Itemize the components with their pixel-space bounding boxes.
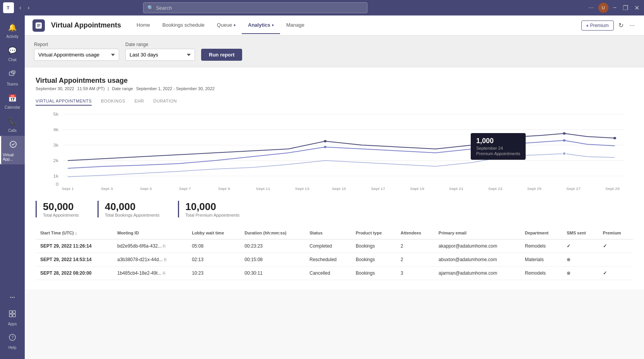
svg-text:4k: 4k [53,127,59,132]
cell-lobby-wait: 10:23 [187,267,240,280]
stat-label: Total Bookings Appointments [105,213,159,217]
th-duration: Duration (hh:mm:ss) [240,227,305,239]
svg-text:Sept 1: Sept 1 [62,187,74,191]
svg-point-24 [324,140,326,142]
sidebar-item-label: Chat [8,58,16,62]
th-start-time[interactable]: Start Time (UTC) ↓ [36,227,113,239]
more-options-icon[interactable]: ··· [587,4,595,11]
sidebar: 🔔 Activity 💬 Chat Teams 📅 Calendar 📞 Cal… [0,15,25,359]
cell-department: Remodels [520,267,562,280]
nav-item-bookings[interactable]: Bookings schedule [156,17,211,34]
sidebar-item-help[interactable]: ? Help [0,329,25,353]
svg-text:Sept 9: Sept 9 [218,187,230,191]
svg-point-29 [562,152,566,155]
svg-point-26 [613,137,616,139]
svg-text:Sept 15: Sept 15 [332,187,346,191]
report-subtitle: September 30, 2022 11:59 AM (PT) | Date … [36,86,633,91]
svg-text:0: 0 [56,182,59,187]
copy-icon[interactable]: ⎘ [163,271,166,275]
data-table: Start Time (UTC) ↓ Meeting ID Lobby wait… [36,227,633,280]
sidebar-item-teams[interactable]: Teams [0,65,25,89]
cell-product-type: Bookings [351,239,396,253]
header-actions: ♦ Premium ↻ ··· [581,20,636,31]
svg-text:Sept 5: Sept 5 [140,187,152,191]
app-title: Virtual Appointments [51,21,121,29]
report-date: September 30, 2022 [36,86,74,91]
report-title: Virtual Appointments usage [36,77,633,85]
avatar[interactable]: U [598,3,608,13]
chart-tab-virtual[interactable]: VIRTUAL APPOINTMENTS [36,97,92,106]
sidebar-item-calendar[interactable]: 📅 Calendar [0,89,25,113]
svg-text:Sept 23: Sept 23 [488,187,502,191]
nav-item-home[interactable]: Home [130,17,156,34]
cell-sms-sent: ⊗ [562,253,598,267]
svg-text:Sept 27: Sept 27 [566,187,581,191]
th-sms-sent: SMS sent [562,227,598,239]
report-area: Virtual Appointments usage September 30,… [25,67,644,289]
date-range-select[interactable]: Last 30 days [125,49,195,61]
refresh-button[interactable]: ↻ [617,20,625,31]
cell-lobby-wait: 02:13 [187,253,240,267]
copy-icon[interactable]: ⎘ [164,257,167,262]
main-content: Report Virtual Appointments usage Date r… [25,36,644,359]
app-icon [32,19,45,32]
cell-lobby-wait: 05:08 [187,239,240,253]
nav-item-queue[interactable]: Queue ♦ [211,17,242,34]
svg-rect-6 [9,311,12,313]
nav-item-analytics[interactable]: Analytics ♦ [242,17,280,34]
th-lobby-wait: Lobby wait time [187,227,240,239]
premium-button[interactable]: ♦ Premium [581,21,614,31]
stat-bookings-appointments: 40,000 Total Bookings Appointments [97,201,169,217]
chart-tab-ehr[interactable]: EHR [135,97,144,106]
chart-tab-duration[interactable]: DURATION [154,97,177,106]
th-status: Status [305,227,351,239]
svg-text:2k: 2k [53,158,59,163]
search-input[interactable] [156,5,363,11]
cell-sms-sent: ⊗ [562,267,598,280]
sidebar-item-apps[interactable]: Apps [0,306,25,329]
header-more-button[interactable]: ··· [628,21,636,31]
sidebar-item-chat[interactable]: 💬 Chat [0,42,25,65]
stat-premium-appointments: 10,000 Total Premium Appointments [178,201,249,217]
svg-rect-9 [13,314,15,317]
run-report-button[interactable]: Run report [201,49,242,61]
search-bar[interactable]: 🔍 [143,2,367,13]
back-button[interactable]: ‹ [17,3,24,12]
calendar-icon: 📅 [5,92,20,104]
svg-text:Sept 7: Sept 7 [179,187,191,191]
app-body: 🔔 Activity 💬 Chat Teams 📅 Calendar 📞 Cal… [0,15,644,359]
table-row: SEPT 29, 2022 11:26:14 bd2e95db-6f6a-432… [36,239,633,253]
stat-label: Total Appointments [43,213,79,217]
sidebar-item-calls[interactable]: 📞 Calls [0,113,25,136]
report-filter-group: Report Virtual Appointments usage [34,42,119,61]
tooltip-label: Premium Appointments [476,151,520,156]
sidebar-item-label: Teams [7,82,18,86]
svg-point-27 [324,146,326,148]
sidebar-item-more[interactable]: ··· [0,289,25,306]
forward-button[interactable]: › [25,3,32,12]
teams-icon [5,68,19,81]
cell-meeting-id: bd2e95db-6f6a-432... ⎘ [113,239,187,253]
activity-icon: 🔔 [5,22,20,33]
chat-icon: 💬 [5,45,20,56]
minimize-button[interactable]: − [612,4,618,11]
cell-department: Remodels [520,239,562,253]
date-filter-group: Date range Last 30 days [125,42,195,61]
app-nav: Home Bookings schedule Queue ♦ Analytics… [130,17,311,34]
nav-item-manage[interactable]: Manage [280,17,311,34]
cell-duration: 00:23:23 [240,239,305,253]
restore-button[interactable]: ❐ [621,4,630,12]
report-select[interactable]: Virtual Appointments usage [34,49,119,61]
svg-text:5k: 5k [53,112,59,117]
copy-icon[interactable]: ⎘ [163,244,166,248]
sidebar-item-activity[interactable]: 🔔 Activity [0,19,25,42]
close-button[interactable]: ✕ [633,4,641,12]
diamond-icon: ♦ [586,23,589,28]
sidebar-item-label: Help [9,345,17,350]
cell-meeting-id: a3b38078-d21x-44d... ⎘ [113,253,187,267]
sidebar-item-virtual-app[interactable]: Virtual App... [0,136,25,164]
calls-icon: 📞 [5,116,20,127]
chart-tab-bookings[interactable]: BOOKINGS [101,97,125,106]
cell-product-type: Bookings [351,267,396,280]
chart-container: 5k 4k 3k 2k 1k 0 [36,110,633,191]
